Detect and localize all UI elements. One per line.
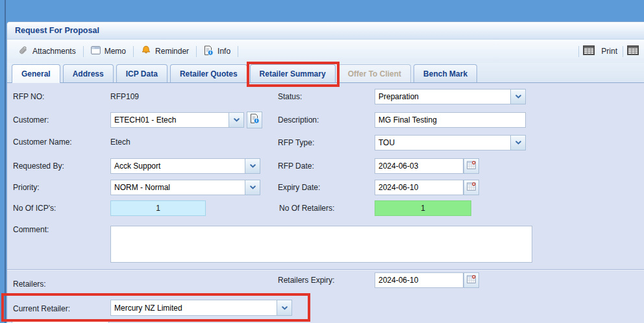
calendar-icon	[467, 182, 476, 193]
grid-icon	[583, 45, 595, 58]
tab-retailer-summary[interactable]: Retailer Summary	[250, 64, 336, 82]
no-of-icps-value: 1	[156, 204, 160, 213]
tab-offer-to-client: Offer To Client	[338, 64, 411, 82]
toolbar-right-group: Print	[577, 43, 641, 59]
expiry-date-picker-button[interactable]	[464, 180, 479, 195]
info-doc-icon	[250, 114, 260, 126]
status-label: Status:	[278, 92, 302, 101]
no-of-retailers-count: 1	[375, 200, 471, 216]
info-label: Info	[217, 47, 230, 56]
calendar-icon	[467, 274, 476, 286]
chevron-down-icon[interactable]	[510, 89, 526, 104]
memo-button[interactable]: Memo	[85, 43, 132, 59]
reminder-button[interactable]: Reminder	[135, 43, 195, 59]
section-divider-highlight	[7, 270, 644, 270]
tab-bar: General Address ICP Data Retailer Quotes…	[7, 63, 644, 83]
customer-info-button[interactable]	[247, 112, 262, 128]
comment-label: Comment:	[13, 225, 49, 234]
rfp-date-input[interactable]	[375, 158, 464, 174]
retailers-label: Retailers:	[13, 280, 46, 289]
toolbar-separator	[578, 46, 579, 57]
attachments-button[interactable]: Attachments	[12, 43, 82, 59]
expiry-date-label: Expiry Date:	[278, 183, 320, 192]
tab-retailer-quotes[interactable]: Retailer Quotes	[170, 64, 247, 82]
priority-value[interactable]: NORM - Normal	[110, 180, 245, 195]
status-value[interactable]: Preparation	[375, 89, 510, 104]
no-of-icps-label: No Of ICP's:	[13, 204, 56, 213]
calendar-icon	[467, 160, 476, 172]
tab-icp-data[interactable]: ICP Data	[116, 64, 167, 82]
tab-bench-mark[interactable]: Bench Mark	[414, 64, 477, 82]
toolbar-separator	[133, 46, 134, 57]
retailers-expiry-label: Retailers Expiry:	[278, 276, 334, 285]
toolbar-separator	[623, 46, 623, 57]
paperclip-icon	[18, 45, 29, 58]
priority-label: Priority:	[13, 183, 40, 192]
attachments-label: Attachments	[32, 47, 76, 56]
print-button[interactable]: Print	[597, 43, 621, 59]
info-doc-icon	[204, 45, 214, 58]
no-of-retailers-value: 1	[421, 204, 425, 213]
bell-icon	[141, 45, 151, 57]
customer-label: Customer:	[13, 115, 49, 125]
requested-by-value[interactable]: Acck Support	[110, 158, 245, 174]
print-label: Print	[601, 47, 617, 56]
clipped-field-below	[12, 320, 109, 323]
window-title: Request For Proposal	[15, 26, 99, 35]
rfp-type-combobox[interactable]: TOU	[375, 135, 526, 150]
info-button[interactable]: Info	[198, 43, 236, 59]
chevron-down-icon[interactable]	[277, 300, 292, 316]
toolbar-separator	[83, 46, 84, 57]
rfp-no-label: RFP NO:	[13, 92, 44, 101]
current-retailer-combobox[interactable]: Mercury NZ Limited	[110, 300, 292, 316]
export-grid-button[interactable]	[625, 43, 641, 59]
requested-by-combobox[interactable]: Acck Support	[110, 158, 260, 174]
rfp-type-value[interactable]: TOU	[375, 135, 510, 150]
rfp-date-label: RFP Date:	[278, 162, 314, 171]
memo-icon	[91, 46, 101, 56]
rfp-date-picker-button[interactable]	[464, 158, 479, 174]
tab-retailer-summary-label: Retailer Summary	[260, 69, 326, 78]
no-of-icps-count: 1	[110, 200, 206, 216]
rfp-no-value: RFP109	[110, 92, 139, 101]
tab-general[interactable]: General	[12, 64, 60, 83]
chevron-down-icon[interactable]	[510, 135, 526, 150]
chevron-down-icon[interactable]	[229, 112, 244, 128]
retailers-expiry-picker-button[interactable]	[464, 272, 479, 288]
status-combobox[interactable]: Preparation	[375, 89, 526, 104]
rfp-type-label: RFP Type:	[278, 138, 314, 147]
current-retailer-label: Current Retailer:	[13, 304, 70, 313]
memo-label: Memo	[105, 47, 126, 56]
desktop-edge-line	[5, 0, 6, 323]
rfp-window: Request For Proposal Attachments Memo Re…	[6, 21, 644, 323]
comment-textarea[interactable]	[110, 226, 532, 263]
desktop-background: { "window": { "title": "Request For Prop…	[0, 0, 644, 323]
chevron-down-icon[interactable]	[245, 158, 260, 174]
print-grid-button[interactable]	[580, 43, 597, 59]
customer-value[interactable]: ETECH01 - Etech	[110, 112, 229, 128]
grid-icon	[627, 45, 639, 58]
requested-by-label: Requested By:	[13, 162, 64, 171]
toolbar: Attachments Memo Reminder Info	[7, 40, 644, 63]
toolbar-separator	[196, 46, 197, 57]
description-label: Description:	[278, 115, 319, 125]
customer-name-value: Etech	[110, 138, 130, 147]
no-of-retailers-label: No Of Retailers:	[279, 204, 334, 213]
window-titlebar[interactable]: Request For Proposal	[7, 22, 644, 40]
priority-combobox[interactable]: NORM - Normal	[110, 180, 260, 195]
retailers-expiry-input[interactable]	[375, 272, 464, 288]
expiry-date-input[interactable]	[375, 180, 464, 195]
general-tab-panel: RFP NO: RFP109 Status: Preparation Custo…	[7, 83, 644, 323]
reminder-label: Reminder	[155, 47, 189, 56]
chevron-down-icon[interactable]	[245, 180, 260, 195]
toolbar-separator	[238, 46, 238, 57]
description-input[interactable]	[375, 112, 526, 128]
current-retailer-value[interactable]: Mercury NZ Limited	[110, 300, 277, 316]
customer-combobox[interactable]: ETECH01 - Etech	[110, 112, 244, 128]
tab-address[interactable]: Address	[63, 64, 114, 82]
customer-name-label: Customer Name:	[13, 138, 72, 147]
